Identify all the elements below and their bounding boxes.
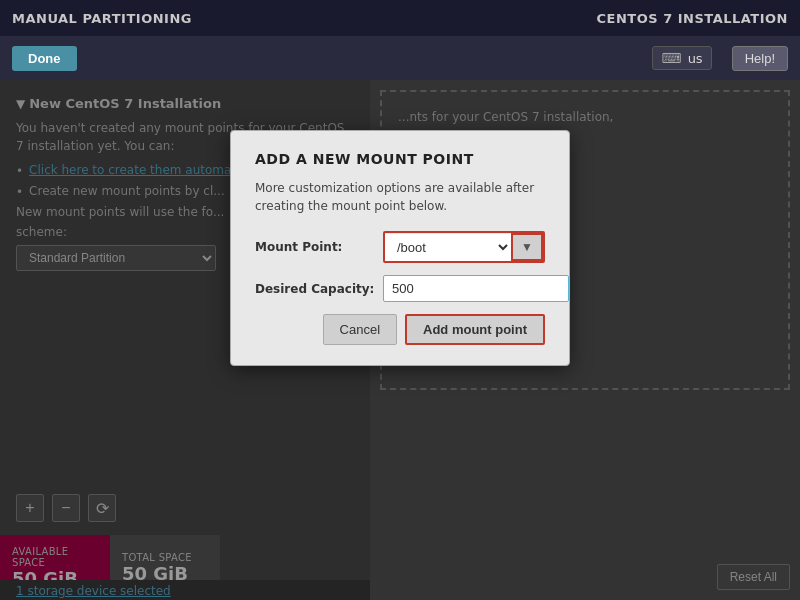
modal-title: ADD A NEW MOUNT POINT [255,151,545,167]
main-content: ▼ New CentOS 7 Installation You haven't … [0,80,800,600]
keyboard-icon: ⌨ [661,50,681,66]
modal-desc: More customization options are available… [255,179,545,215]
add-mount-point-modal: ADD A NEW MOUNT POINT More customization… [230,130,570,366]
add-mount-point-button[interactable]: Add mount point [405,314,545,345]
mount-point-select[interactable]: /boot / /home swap [385,234,511,261]
top-bar: MANUAL PARTITIONING CENTOS 7 INSTALLATIO… [0,0,800,36]
modal-buttons: Cancel Add mount point [255,314,545,345]
mount-point-select-wrapper: /boot / /home swap ▼ [383,231,545,263]
app-title: MANUAL PARTITIONING [12,11,192,26]
done-button[interactable]: Done [12,46,77,71]
desired-capacity-label: Desired Capacity: [255,282,375,296]
mount-point-row: Mount Point: /boot / /home swap ▼ [255,231,545,263]
help-button[interactable]: Help! [732,46,788,71]
installation-title: CENTOS 7 INSTALLATION [597,11,788,26]
done-row: Done ⌨ us Help! [0,36,800,80]
cancel-button[interactable]: Cancel [323,314,397,345]
desired-capacity-input[interactable] [383,275,569,302]
keyboard-label: us [688,51,703,66]
keyboard-widget[interactable]: ⌨ us [652,46,711,70]
modal-overlay: ADD A NEW MOUNT POINT More customization… [0,80,800,600]
desired-capacity-row: Desired Capacity: [255,275,545,302]
mount-point-label: Mount Point: [255,240,375,254]
mount-point-dropdown-btn[interactable]: ▼ [511,233,543,261]
